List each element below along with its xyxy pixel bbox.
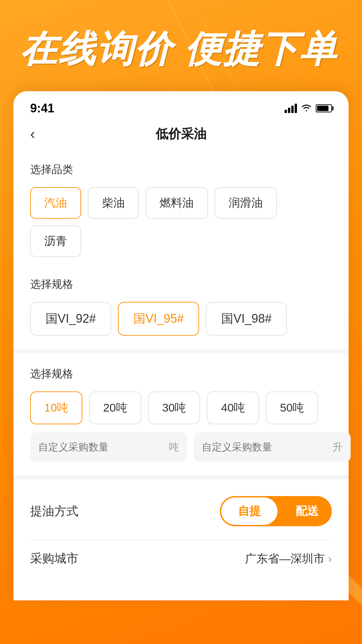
custom-liter-wrap: 升 xyxy=(194,432,351,462)
custom-ton-wrap: 吨 xyxy=(30,432,187,462)
qty-tag-10t[interactable]: 10吨 xyxy=(30,391,82,424)
main-card: 9:41 ‹ 低价采油 选择品类 xyxy=(13,91,349,600)
chevron-right-icon: › xyxy=(328,552,332,565)
page-title: 低价采油 xyxy=(156,125,206,143)
battery-icon xyxy=(316,104,332,112)
nav-bar: ‹ 低价采油 xyxy=(13,119,349,152)
custom-ton-input[interactable] xyxy=(38,441,166,453)
spec-label: 选择规格 xyxy=(30,277,332,292)
spec-section: 选择规格 国VI_92# 国VI_95# 国VI_98# xyxy=(13,267,349,346)
city-value-text: 广东省—深圳市 xyxy=(245,551,325,567)
pickup-self-btn[interactable]: 自提 xyxy=(221,497,278,525)
category-tags: 汽油 柴油 燃料油 润滑油 沥青 xyxy=(30,187,332,257)
status-time: 9:41 xyxy=(30,101,54,115)
qty-tag-20t[interactable]: 20吨 xyxy=(89,391,141,424)
category-tag-bitumen[interactable]: 沥青 xyxy=(30,225,81,257)
qty-tag-50t[interactable]: 50吨 xyxy=(266,391,318,424)
divider-1 xyxy=(13,349,349,353)
header-title: 在线询价 便捷下单 xyxy=(20,27,342,71)
custom-input-row: 吨 升 xyxy=(30,432,332,462)
ton-unit-label: 吨 xyxy=(169,440,179,454)
city-label: 采购城市 xyxy=(30,550,78,567)
category-label: 选择品类 xyxy=(30,162,332,177)
category-tag-lubricant[interactable]: 润滑油 xyxy=(215,187,277,219)
category-tag-diesel[interactable]: 柴油 xyxy=(88,187,139,219)
category-tag-gasoline[interactable]: 汽油 xyxy=(30,187,81,219)
status-bar: 9:41 xyxy=(13,91,349,119)
divider-2 xyxy=(13,475,349,479)
pickup-section: 提油方式 自提 配送 xyxy=(13,483,349,540)
signal-icon xyxy=(285,104,297,113)
custom-liter-input[interactable] xyxy=(202,441,329,453)
category-section: 选择品类 汽油 柴油 燃料油 润滑油 沥青 xyxy=(13,152,349,267)
city-section: 采购城市 广东省—深圳市 › xyxy=(13,540,349,580)
qty-label: 选择规格 xyxy=(30,367,332,381)
qty-tags: 10吨 20吨 30吨 40吨 50吨 xyxy=(30,391,332,424)
city-value-btn[interactable]: 广东省—深圳市 › xyxy=(245,551,332,567)
spec-tag-vi92[interactable]: 国VI_92# xyxy=(30,302,111,336)
spec-tag-vi98[interactable]: 国VI_98# xyxy=(206,302,287,336)
header-banner: 在线询价 便捷下单 xyxy=(0,0,362,91)
qty-tag-30t[interactable]: 30吨 xyxy=(148,391,200,424)
back-button[interactable]: ‹ xyxy=(30,125,35,142)
spec-tags: 国VI_92# 国VI_95# 国VI_98# xyxy=(30,302,332,336)
category-tag-fuel-oil[interactable]: 燃料油 xyxy=(145,187,208,219)
status-icons xyxy=(285,103,332,114)
wifi-icon xyxy=(301,103,312,114)
qty-section: 选择规格 10吨 20吨 30吨 40吨 50吨 吨 升 xyxy=(13,357,349,472)
pickup-toggle: 自提 配送 xyxy=(220,496,332,526)
qty-tag-40t[interactable]: 40吨 xyxy=(207,391,259,424)
pickup-label: 提油方式 xyxy=(30,503,78,520)
pickup-delivery-btn[interactable]: 配送 xyxy=(279,497,332,525)
spec-tag-vi95[interactable]: 国VI_95# xyxy=(118,302,199,336)
liter-unit-label: 升 xyxy=(333,440,343,454)
